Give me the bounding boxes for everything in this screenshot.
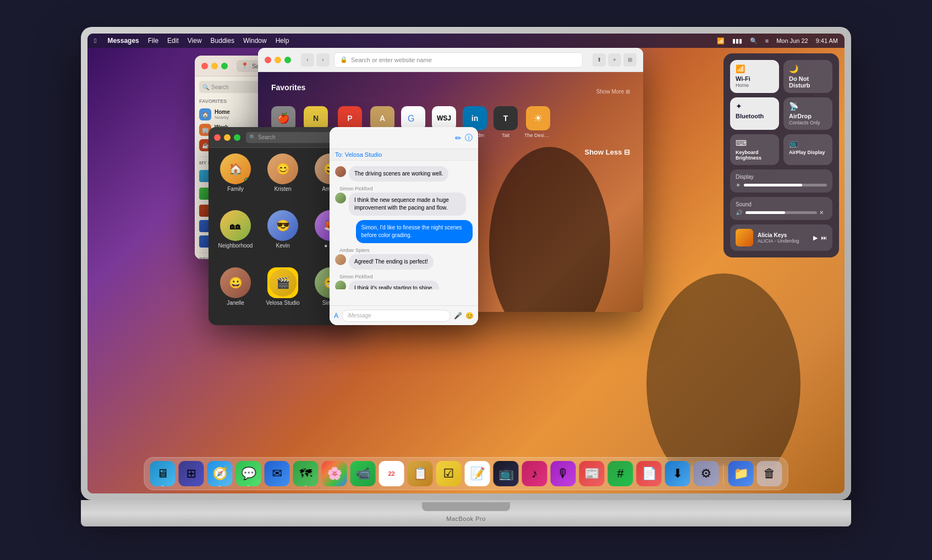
music-controls: ▶ ⏭ <box>813 234 827 241</box>
chat-compose-button[interactable]: ✏ <box>455 134 462 142</box>
safari-titlebar: ‹ › 🔒 Search or enter website name ⬆ + ⊞ <box>258 48 643 72</box>
dock-icon-stickies[interactable]: 📋 <box>408 461 433 486</box>
dock-icon-news[interactable]: 📰 <box>579 461 605 486</box>
control-center-panel: 📶 Wi-Fi Home 🌙 Do Not Disturb ✦ Bluetoot… <box>723 53 839 257</box>
chat-input-field[interactable]: iMessage <box>342 310 451 322</box>
safari-show-more[interactable]: Show More ⊞ <box>596 89 630 95</box>
menu-window[interactable]: Window <box>243 37 267 45</box>
dock-icon-launchpad[interactable]: ⊞ <box>179 461 204 486</box>
maps-fav-home[interactable]: 🏠 Home Nearby <box>199 107 267 122</box>
messages-contact-kristen[interactable]: 😊 Kristen <box>261 153 304 206</box>
chat-emoji-icon[interactable]: 😊 <box>465 312 474 320</box>
messages-fullscreen-button[interactable] <box>234 134 240 141</box>
menu-edit[interactable]: Edit <box>167 37 179 45</box>
safari-traffic-lights <box>265 57 291 63</box>
mail-icon: ✉ <box>272 466 282 481</box>
chat-audio-record-icon[interactable]: 🎤 <box>454 312 462 320</box>
dock-icon-facetime[interactable]: 📹 <box>350 461 376 486</box>
dock-icon-finder[interactable]: 🖥 <box>150 461 176 486</box>
safari-fav-design[interactable]: ☀ The Design Files <box>524 106 552 138</box>
music-play-button[interactable]: ▶ <box>813 234 818 241</box>
airdrop-icon: 📡 <box>789 102 827 111</box>
dock-icon-podcasts[interactable]: 🎙 <box>551 461 576 486</box>
contact-family-name: Family <box>227 186 243 192</box>
dock-icon-messages[interactable]: 💬 <box>236 461 261 486</box>
messages-close-button[interactable] <box>214 134 221 141</box>
contact-janelle-name: Janelle <box>227 300 244 306</box>
volume-mute-icon: ✕ <box>819 210 824 216</box>
chat-audio-icon[interactable]: A <box>334 312 338 320</box>
chat-avatar-sm-5 <box>335 281 346 289</box>
safari-back-button[interactable]: ‹ <box>301 53 314 67</box>
music-next-button[interactable]: ⏭ <box>821 234 827 241</box>
spotlight-icon[interactable]: 🔍 <box>750 37 758 45</box>
messages-search-box[interactable]: 🔍 Search <box>246 132 339 143</box>
cc-wifi-tile[interactable]: 📶 Wi-Fi Home <box>730 60 779 93</box>
wifi-icon[interactable]: 📶 <box>717 37 725 45</box>
cc-brightness-track[interactable] <box>744 184 827 186</box>
notes-icon: 📝 <box>470 466 485 481</box>
chat-info-button[interactable]: ⓘ <box>465 133 473 143</box>
safari-minimize-button[interactable] <box>275 57 281 63</box>
safari-close-button[interactable] <box>265 57 271 63</box>
safari-url-placeholder: Search or enter website name <box>351 57 432 63</box>
dnd-icon: 🌙 <box>789 64 827 73</box>
control-center-icon[interactable]: ≡ <box>765 37 769 44</box>
cc-display-slider-row: ☀ <box>736 182 827 188</box>
safari-fullscreen-button[interactable] <box>284 57 291 63</box>
safari-sidebar-button[interactable]: ⊞ <box>623 53 637 67</box>
dock-icon-pages[interactable]: 📄 <box>637 461 662 486</box>
dock-icon-appletv[interactable]: 📺 <box>494 461 519 486</box>
menu-file[interactable]: File <box>148 37 158 45</box>
dock-icon-reminders[interactable]: ☑ <box>436 461 462 486</box>
menu-help[interactable]: Help <box>276 37 289 45</box>
finder-icon: 🖥 <box>157 466 169 481</box>
safari-share-button[interactable]: ⬆ <box>593 53 606 67</box>
dock-icon-appstore[interactable]: ⬇ <box>665 461 690 486</box>
messages-contact-neighborhood[interactable]: 🏘 Neighborhood <box>214 210 257 262</box>
dock-separator <box>723 464 724 484</box>
safari-forward-button[interactable]: › <box>316 53 330 67</box>
safari-fav-tait-label: Tait <box>502 133 509 138</box>
maps-minimize-button[interactable] <box>211 63 218 69</box>
music-info: Alicia Keys ALICIA - Underdog <box>758 232 809 244</box>
messages-contact-kevin[interactable]: 😎 Kevin <box>261 210 304 262</box>
menu-buddies[interactable]: Buddies <box>211 37 234 45</box>
cc-kb-brightness-tile[interactable]: ⌨ Keyboard Brightness <box>730 134 779 165</box>
cc-dnd-tile[interactable]: 🌙 Do Not Disturb <box>783 60 832 93</box>
cc-airdrop-tile[interactable]: 📡 AirDrop Contacts Only <box>783 97 832 130</box>
contact-kristen-avatar: 😊 <box>267 153 298 184</box>
dock-icon-trash[interactable]: 🗑 <box>757 461 782 486</box>
apple-menu[interactable]:  <box>94 37 96 45</box>
menu-view[interactable]: View <box>188 37 202 45</box>
safari-plus-button[interactable]: + <box>608 53 621 67</box>
contact-family-online <box>244 178 250 183</box>
cc-airplay-tile[interactable]: 📺 AirPlay Display <box>783 134 832 165</box>
maps-close-button[interactable] <box>201 63 208 69</box>
dock-icon-safari[interactable]: 🧭 <box>207 461 233 486</box>
dock-icon-mail[interactable]: ✉ <box>265 461 290 486</box>
safari-fav-tait[interactable]: T Tait <box>494 106 518 138</box>
dock-icon-numbers[interactable]: # <box>608 461 633 486</box>
cc-volume-track[interactable] <box>745 211 817 214</box>
maps-search-box[interactable]: 🔍 Search <box>199 81 267 93</box>
dock-icon-photos[interactable]: 🌸 <box>322 461 347 486</box>
messages-contact-family[interactable]: 🏠 Family <box>214 153 257 206</box>
kb-brightness-icon: ⌨ <box>736 139 774 147</box>
cc-bluetooth-tile[interactable]: ✦ Bluetooth <box>730 97 779 130</box>
dock-icon-files[interactable]: 📁 <box>728 461 754 486</box>
messages-contact-janelle[interactable]: 😀 Janelle <box>214 267 257 320</box>
messages-minimize-button[interactable] <box>224 134 231 141</box>
podcasts-icon: 🎙 <box>557 466 569 481</box>
dock-icon-calendar[interactable]: 22 <box>379 461 404 486</box>
messages-contact-velosa[interactable]: 🎬 Velosa Studio <box>261 267 304 320</box>
safari-reading-show-less[interactable]: Show Less ⊟ <box>584 148 630 156</box>
safari-url-bar[interactable]: 🔒 Search or enter website name <box>334 52 583 68</box>
dock-icon-notes[interactable]: 📝 <box>465 461 490 486</box>
dock-icon-maps[interactable]: 🗺 <box>293 461 319 486</box>
contact-kevin-avatar: 😎 <box>267 210 298 241</box>
dock-icon-prefs[interactable]: ⚙ <box>694 461 719 486</box>
app-menu-messages[interactable]: Messages <box>107 37 139 45</box>
maps-fullscreen-button[interactable] <box>221 63 228 69</box>
dock-icon-music[interactable]: ♪ <box>522 461 547 486</box>
